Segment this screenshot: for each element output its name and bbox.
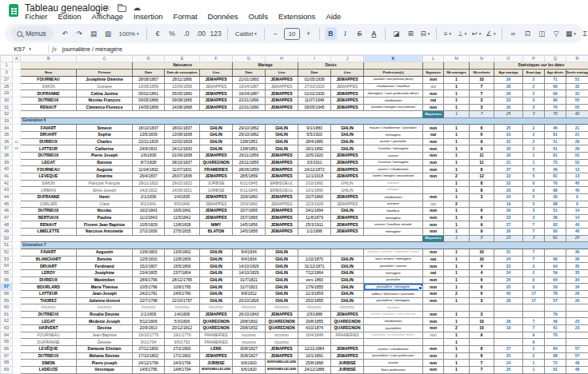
cell[interactable]: non <box>423 77 444 84</box>
cell[interactable]: JURBISE <box>200 180 233 187</box>
cell[interactable]: GHLIN <box>200 249 233 257</box>
cell[interactable]: Inconnu <box>298 304 331 312</box>
cell[interactable]: oui <box>423 132 444 139</box>
menu-extensions[interactable]: Extensions <box>278 12 315 21</box>
cell[interactable]: 1 <box>444 269 470 277</box>
undo-icon[interactable]: ↶ <box>59 27 71 40</box>
cell[interactable]: 8 <box>470 352 494 360</box>
cell[interactable]: 8 <box>470 187 494 194</box>
cell[interactable]: non <box>423 221 444 229</box>
cell[interactable]: 22 <box>494 138 523 145</box>
cell[interactable]: GHLIN <box>200 125 233 132</box>
cell[interactable]: 05/02/1861 <box>133 90 165 97</box>
cell[interactable]: 60 <box>545 229 566 236</box>
cell[interactable]: 9 <box>523 339 545 346</box>
cell[interactable]: Inconnu <box>133 304 165 312</box>
cell[interactable]: 80 <box>545 97 566 104</box>
cell[interactable]: JEMAPPES <box>200 214 233 221</box>
row-header-48[interactable]: 48 <box>1 221 13 229</box>
cell[interactable]: 1 <box>444 138 470 145</box>
cell[interactable]: FOURNEAU <box>21 166 77 173</box>
cell[interactable]: 4 <box>470 263 494 270</box>
cell[interactable]: 1 <box>444 90 470 97</box>
cell[interactable]: 09/05/1945 <box>298 104 331 111</box>
cell[interactable]: 23/4/1805 <box>133 269 165 277</box>
cell[interactable]: 1/6/1839 <box>133 153 165 160</box>
cell[interactable]: Betonie <box>77 159 133 166</box>
cell[interactable]: Silvie Joseph <box>77 187 133 194</box>
cell[interactable]: 7/12/1864 <box>298 269 331 277</box>
cell[interactable]: sans revenu / ménagère <box>364 256 423 263</box>
column-header-K[interactable]: K <box>364 56 423 62</box>
strikethrough-icon[interactable]: S <box>354 27 366 40</box>
cell[interactable]: journalière / sans profession (décès) <box>364 77 423 84</box>
cell[interactable]: 9/4/1834 <box>233 249 266 257</box>
cell[interactable]: FAVART <box>21 249 77 257</box>
cell[interactable]: 52 <box>566 159 588 166</box>
cell[interactable]: 25 <box>494 366 523 373</box>
cell[interactable]: 5 <box>523 193 545 201</box>
cell[interactable]: 1/10/1870 <box>298 256 331 263</box>
cell[interactable]: 22/01/1890 <box>233 104 266 111</box>
cell[interactable]: 3/3/1911 <box>298 159 331 166</box>
cell[interactable]: GHLIN <box>200 256 233 263</box>
cell[interactable]: 15/2/1807 <box>133 263 165 270</box>
cell[interactable]: 20 <box>494 104 523 111</box>
cell[interactable]: 7 <box>523 229 545 236</box>
cell[interactable]: 28/06/1859 <box>233 166 266 173</box>
insert-link-icon[interactable]: ∞ <box>507 27 519 40</box>
cell[interactable]: JEMAPPES <box>266 159 298 166</box>
cell[interactable]: 0 <box>523 284 545 291</box>
cell[interactable]: cultivateur <box>364 180 423 187</box>
cell[interactable]: ménagère / sans profession décès <box>364 90 423 97</box>
cell[interactable]: GHLIN <box>200 263 233 270</box>
column-header-M[interactable]: M <box>444 56 470 62</box>
cell[interactable]: JEMAPPES <box>331 201 364 208</box>
cell[interactable]: 19/1/1779 <box>165 332 200 339</box>
cell[interactable]: JEMAPPES <box>331 229 364 236</box>
row-header-60[interactable]: 60 <box>1 304 13 312</box>
cell[interactable]: Inconnu <box>266 304 298 312</box>
cell[interactable]: 18/01/1837 <box>165 125 200 132</box>
cell[interactable]: DRUART <box>21 132 77 139</box>
cell[interactable]: QUAREGNON <box>266 318 298 325</box>
cell[interactable]: 11/04/1832 <box>133 166 165 173</box>
cell[interactable]: Charles <box>77 138 133 145</box>
cell[interactable]: 1 <box>444 345 470 352</box>
row-header-38[interactable]: 38 <box>1 153 13 160</box>
cell[interactable]: 57 <box>545 297 566 304</box>
cell[interactable]: 6 <box>566 193 588 201</box>
cell[interactable]: 14/5/1795 <box>133 366 165 373</box>
column-header-G[interactable]: G <box>233 56 266 62</box>
cell[interactable]: 24/5/1780 <box>165 290 200 297</box>
cell[interactable]: 0 <box>523 180 545 187</box>
cell[interactable]: 9/8/1812 <box>233 290 266 297</box>
cell[interactable]: 59 <box>545 269 566 277</box>
cell[interactable]: 40 <box>566 229 588 236</box>
cell[interactable]: 09/05/1866 <box>133 97 165 104</box>
cell[interactable]: FRAMERIES <box>200 332 233 339</box>
merge-cells-icon[interactable]: ⊟▾ <box>419 27 431 40</box>
cell[interactable]: 13/8/1851 <box>233 145 266 153</box>
cell[interactable]: 10 <box>470 318 494 325</box>
cell[interactable] <box>545 339 566 346</box>
cell[interactable]: 4 <box>470 269 494 277</box>
cell[interactable]: JEMAPPES <box>331 173 364 180</box>
cell[interactable]: 2/4/1835 <box>165 193 200 201</box>
cell[interactable]: 30 <box>545 193 566 201</box>
cell[interactable]: ménagère <box>364 214 423 221</box>
cell[interactable]: non <box>423 159 444 166</box>
cell[interactable]: 13 <box>566 166 588 173</box>
cell[interactable]: 1 <box>444 297 470 304</box>
cell[interactable]: 16/5/1842 <box>165 208 200 215</box>
cell[interactable]: non <box>423 145 444 153</box>
cell[interactable]: 29 <box>566 138 588 145</box>
cell[interactable]: Pauline <box>77 214 133 221</box>
cell[interactable]: 2 <box>444 325 470 332</box>
cell[interactable]: 60 <box>545 83 566 90</box>
cell[interactable]: JEMAPPES <box>200 173 233 180</box>
row-header-37[interactable]: 37 <box>1 145 13 153</box>
cell[interactable]: LATTEUR <box>21 290 77 297</box>
row-header-58[interactable]: 58 <box>1 290 13 297</box>
cell[interactable]: ERBISOEUL <box>266 180 298 187</box>
